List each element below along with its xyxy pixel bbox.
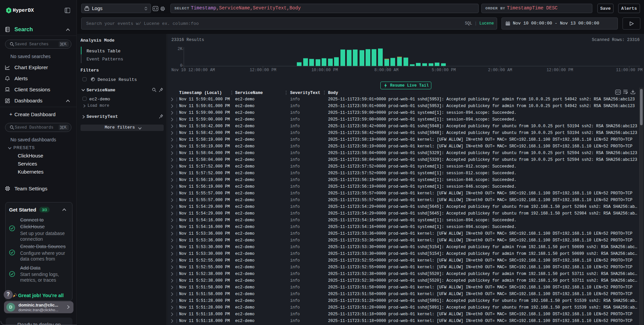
svg-text:12:00:00 PM: 12:00:00 PM (546, 68, 573, 73)
svg-text:12:00:00 PM: 12:00:00 PM (250, 68, 276, 73)
svg-text:2:00:00 AM: 2:00:00 AM (488, 68, 512, 73)
svg-text:5:00:00 PM: 5:00:00 PM (432, 68, 456, 73)
svg-text:0: 0 (180, 63, 182, 68)
svg-text:Nov 10 12:00:00 AM: Nov 10 12:00:00 AM (171, 68, 215, 73)
svg-text:2K: 2K (178, 47, 183, 51)
svg-text:8:00:00 AM: 8:00:00 AM (374, 68, 398, 73)
svg-text:10:00:00 PM: 10:00:00 PM (311, 68, 338, 73)
svg-text:11:00:00 PM: 11:00:00 PM (616, 68, 642, 73)
